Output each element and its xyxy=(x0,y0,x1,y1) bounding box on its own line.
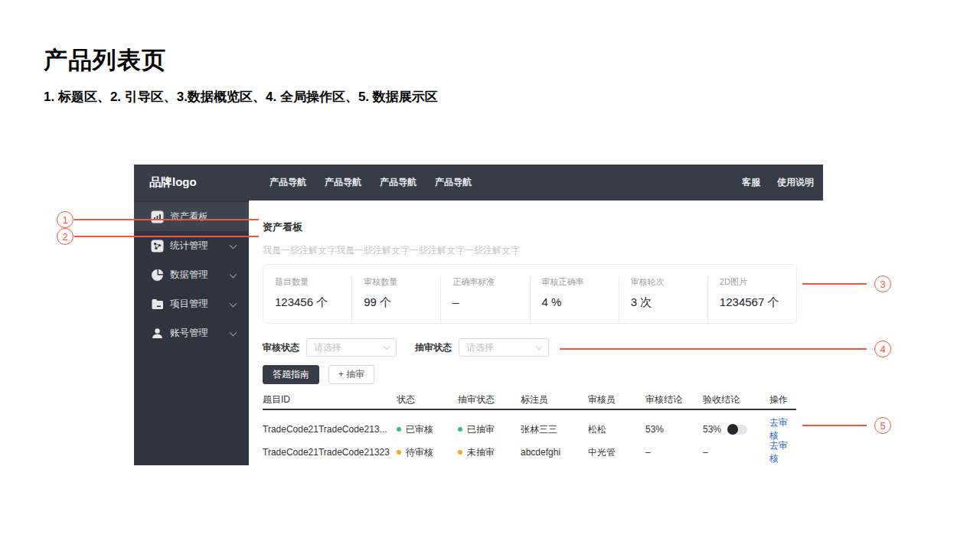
sampling-cell: 未抽审 xyxy=(458,446,521,459)
question-id: TradeCode21TradeCode213... xyxy=(263,424,397,435)
sidebar-item-label: 账号管理 xyxy=(170,327,208,340)
go-review-link[interactable]: 去审核 xyxy=(769,439,796,465)
accept-result-cell: – xyxy=(703,447,769,458)
toggle-knob xyxy=(727,424,738,435)
status-cell: 已审核 xyxy=(397,423,458,436)
brand-logo: 品牌logo xyxy=(149,175,197,190)
stat-2d-images: 2D图片 1234567 个 xyxy=(707,276,796,323)
accept-toggle[interactable] xyxy=(727,425,747,435)
nav-item-3[interactable]: 产品导航 xyxy=(380,176,416,189)
callout-3: 3 xyxy=(874,276,891,292)
status-cell: 待审核 xyxy=(397,446,458,459)
slide-canvas: 产品列表页 1. 标题区、2. 引导区、3.数据概览区、4. 全局操作区、5. … xyxy=(0,0,980,551)
callout-line-4 xyxy=(560,348,867,350)
folder-icon xyxy=(150,297,164,311)
status-dot xyxy=(458,427,462,432)
accept-result-cell: 53% xyxy=(703,424,769,435)
review-status-select[interactable]: 请选择 xyxy=(306,338,397,357)
sampling-status-select[interactable]: 请选择 xyxy=(459,338,549,357)
table-header: 题目ID 状态 抽审状态 标注员 审核员 审核结论 验收结论 操作 xyxy=(263,393,796,410)
annotator-cell: 张林三三 xyxy=(521,423,588,436)
callout-5: 5 xyxy=(874,417,891,434)
sidebar-item-account[interactable]: 账号管理 xyxy=(134,318,249,347)
table-row: TradeCode21TradeCode21323 待审核 未抽审 abcdef… xyxy=(263,439,796,462)
chevron-down-icon xyxy=(230,271,237,279)
stat-review-rounds: 审核轮次 3 次 xyxy=(619,276,707,323)
pie-chart-icon xyxy=(150,268,164,282)
nav-item-1[interactable]: 产品导航 xyxy=(270,176,306,189)
table-row: TradeCode21TradeCode213... 已审核 已抽审 张林三三 … xyxy=(263,416,796,439)
chevron-down-icon xyxy=(230,329,237,337)
page-title: 产品列表页 xyxy=(44,44,166,77)
callout-2: 2 xyxy=(57,228,74,245)
stats-overview-card: 题目数量 123456 个 审核数量 99 个 正确率标准 – 审核正确率 4 … xyxy=(263,264,797,324)
customer-service-link[interactable]: 客服 xyxy=(742,176,760,189)
action-button-row: 答题指南 + 抽审 xyxy=(263,365,374,384)
sidebar-item-label: 项目管理 xyxy=(170,298,208,311)
app-mockup: 品牌logo 产品导航 产品导航 产品导航 产品导航 客服 使用说明 资产看板 xyxy=(134,165,823,465)
chevron-down-icon xyxy=(384,344,390,350)
bar-chart-icon xyxy=(150,210,164,223)
stat-review-count: 审核数量 99 个 xyxy=(351,276,440,323)
sidebar-item-asset-dashboard[interactable]: 资产看板 xyxy=(134,202,249,231)
callout-4: 4 xyxy=(874,341,891,357)
status-dot xyxy=(397,450,401,455)
stat-question-count: 题目数量 123456 个 xyxy=(263,276,351,323)
sampling-cell: 已抽审 xyxy=(458,423,521,436)
reviewer-cell: 中光管 xyxy=(588,446,645,459)
answer-guide-button[interactable]: 答题指南 xyxy=(263,365,319,384)
user-icon xyxy=(150,326,164,340)
sidebar-item-project[interactable]: 项目管理 xyxy=(134,289,249,318)
callout-1: 1 xyxy=(57,211,74,228)
status-dot xyxy=(397,427,401,432)
data-table: 题目ID 状态 抽审状态 标注员 审核员 审核结论 验收结论 操作 TradeC… xyxy=(263,393,796,462)
chevron-down-icon xyxy=(536,344,542,350)
stat-accuracy-standard: 正确率标准 – xyxy=(440,276,529,323)
nav-item-4[interactable]: 产品导航 xyxy=(435,176,472,189)
page-subtitle: 1. 标题区、2. 引导区、3.数据概览区、4. 全局操作区、5. 数据展示区 xyxy=(44,88,438,106)
callout-line-1 xyxy=(74,219,259,220)
reviewer-cell: 松松 xyxy=(588,423,645,436)
topbar: 品牌logo 产品导航 产品导航 产品导航 产品导航 客服 使用说明 xyxy=(134,165,823,201)
callout-line-3 xyxy=(802,283,867,285)
share-nodes-icon xyxy=(150,239,164,253)
stat-review-accuracy: 审核正确率 4 % xyxy=(530,276,619,323)
content-title: 资产看板 xyxy=(263,220,302,234)
go-review-link[interactable]: 去审核 xyxy=(769,416,796,442)
sidebar: 资产看板 统计管理 数据管理 项目管理 xyxy=(134,201,249,465)
callout-line-5 xyxy=(802,425,867,426)
sidebar-item-label: 数据管理 xyxy=(170,269,208,282)
content-note: 我是一些注解文字我是一些注解文字一些注解文字一些注解文字 xyxy=(263,244,520,257)
main-content: 资产看板 我是一些注解文字我是一些注解文字一些注解文字一些注解文字 题目数量 1… xyxy=(249,201,823,465)
status-dot xyxy=(458,450,462,455)
sidebar-item-data[interactable]: 数据管理 xyxy=(134,260,249,289)
filter-row: 审核状态 请选择 抽审状态 请选择 xyxy=(263,338,567,357)
chevron-down-icon xyxy=(230,242,237,249)
review-status-label: 审核状态 xyxy=(263,341,299,354)
chevron-down-icon xyxy=(230,300,237,308)
sidebar-item-label: 资产看板 xyxy=(170,210,208,223)
topbar-right: 客服 使用说明 xyxy=(742,176,814,189)
annotator-cell: abcdefghi xyxy=(521,447,588,458)
review-result-cell: 53% xyxy=(645,424,703,435)
review-result-cell: – xyxy=(645,447,703,458)
sampling-status-label: 抽审状态 xyxy=(415,341,452,354)
top-navigation: 产品导航 产品导航 产品导航 产品导航 xyxy=(270,176,472,189)
callout-line-2 xyxy=(74,236,259,237)
help-link[interactable]: 使用说明 xyxy=(777,176,814,189)
add-sampling-button[interactable]: + 抽审 xyxy=(328,365,374,384)
nav-item-2[interactable]: 产品导航 xyxy=(325,176,361,189)
question-id: TradeCode21TradeCode21323 xyxy=(263,447,397,458)
sidebar-item-label: 统计管理 xyxy=(170,240,208,253)
